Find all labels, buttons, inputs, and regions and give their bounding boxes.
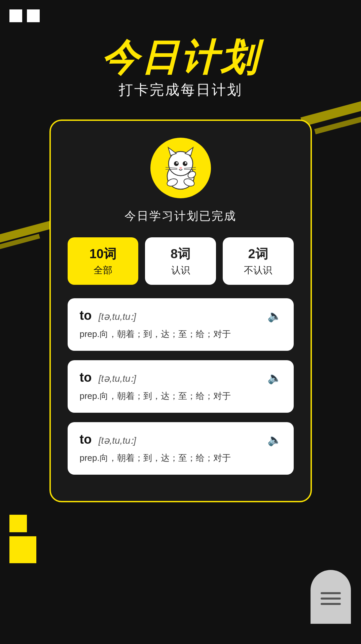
word-card-2: to [tə,tu,tuː] 🔈 prep.向，朝着；到，达；至；给；对于	[68, 360, 294, 413]
page-title: 今日计划	[0, 37, 361, 78]
stat-all-num: 10词	[71, 245, 135, 263]
word-english-2: to	[80, 370, 92, 384]
stat-all-button[interactable]: 10词 全部	[68, 237, 139, 285]
sound-icon-2[interactable]: 🔈	[267, 371, 282, 384]
stat-unknown-button[interactable]: 2词 不认识	[223, 237, 294, 285]
word-definition-1: prep.向，朝着；到，达；至；给；对于	[80, 328, 282, 341]
word-row-2: to [tə,tu,tuː] 🔈	[80, 370, 282, 385]
word-row-1: to [tə,tu,tuː] 🔈	[80, 308, 282, 323]
sound-icon-1[interactable]: 🔈	[267, 309, 282, 323]
yellow-square-small	[9, 515, 27, 532]
svg-point-6	[176, 162, 178, 164]
word-phonetic-1: [tə,tu,tuː]	[99, 311, 136, 322]
yellow-square-large	[9, 536, 36, 563]
status-square-2	[27, 9, 40, 22]
word-phonetic-2: [tə,tu,tuː]	[99, 373, 136, 384]
stat-unknown-num: 2词	[226, 245, 290, 263]
stat-known-label: 认识	[148, 264, 213, 277]
word-english-phonetic-1: to [tə,tu,tuː]	[80, 308, 136, 323]
stat-all-label: 全部	[71, 264, 135, 277]
word-card-3: to [tə,tu,tuː] 🔈 prep.向，朝着；到，达；至；给；对于	[68, 422, 294, 475]
bottom-squares	[9, 515, 36, 563]
svg-point-8	[179, 167, 182, 169]
mic-line-3	[321, 603, 341, 605]
sound-icon-3[interactable]: 🔈	[267, 433, 282, 446]
word-english-phonetic-3: to [tə,tu,tuː]	[80, 432, 136, 447]
word-definition-3: prep.向，朝着；到，达；至；给；对于	[80, 451, 282, 465]
word-english-3: to	[80, 432, 92, 446]
avatar	[150, 138, 211, 198]
word-definition-2: prep.向，朝着；到，达；至；给；对于	[80, 389, 282, 403]
mic-line-2	[321, 598, 341, 600]
page-subtitle: 打卡完成每日计划	[0, 80, 361, 99]
word-english-phonetic-2: to [tə,tu,tuː]	[80, 370, 136, 385]
mic-lines	[321, 592, 341, 605]
cat-illustration	[155, 143, 206, 193]
microphone-decoration	[300, 550, 361, 624]
page-header: 今日计划 打卡完成每日计划	[0, 0, 361, 99]
svg-point-5	[183, 161, 187, 166]
word-phonetic-3: [tə,tu,tuː]	[99, 435, 136, 446]
mic-body	[311, 570, 351, 624]
mic-line-1	[321, 592, 341, 594]
stat-unknown-label: 不认识	[226, 264, 290, 277]
stat-known-num: 8词	[148, 245, 213, 263]
status-bar	[9, 9, 40, 22]
svg-point-4	[174, 161, 179, 166]
stats-row: 10词 全部 8词 认识 2词 不认识	[68, 237, 294, 285]
avatar-wrapper	[68, 138, 294, 198]
svg-point-7	[185, 162, 186, 164]
stat-known-button[interactable]: 8词 认识	[145, 237, 216, 285]
status-square-1	[9, 9, 22, 22]
main-card: 今日学习计划已完成 10词 全部 8词 认识 2词 不认识 to [tə,tu,…	[49, 120, 312, 502]
completion-text: 今日学习计划已完成	[68, 208, 294, 224]
word-row-3: to [tə,tu,tuː] 🔈	[80, 432, 282, 447]
word-card-1: to [tə,tu,tuː] 🔈 prep.向，朝着；到，达；至；给；对于	[68, 298, 294, 351]
word-english-1: to	[80, 308, 92, 323]
